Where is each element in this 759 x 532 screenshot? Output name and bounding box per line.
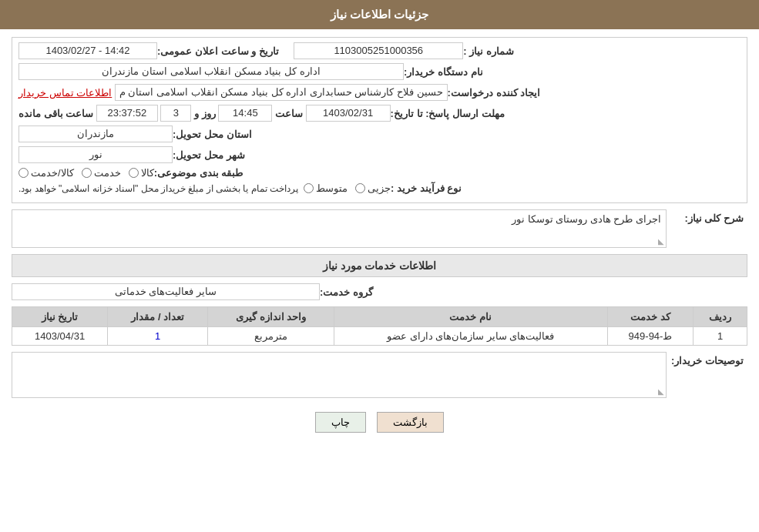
purchase-type-option-2-label: متوسط (316, 182, 348, 194)
buttons-row: بازگشت چاپ (12, 404, 747, 440)
cell-name: فعالیت‌های سایر سازمان‌های دارای عضو (334, 327, 607, 346)
notes-label: توصیحات خریدار: (667, 352, 744, 366)
deadline-time: 14:45 (218, 105, 272, 122)
purchase-type-radio-1[interactable] (355, 183, 365, 193)
date-time-label: تاریخ و ساعت اعلان عمومی: (157, 45, 279, 57)
order-number-value: 1103005251000356 (294, 42, 463, 59)
row-buyer-name: نام دستگاه خریدار: اداره کل بنیاد مسکن ا… (18, 63, 741, 80)
col-header-date: تاریخ نیاز (12, 307, 108, 327)
description-section: شرح کلی نیاز: اجرای طرح هادی روستای توسک… (12, 209, 747, 248)
cell-unit: مترمربع (208, 327, 334, 346)
category-option-1: کالا (129, 167, 154, 179)
buyer-name-label: نام دستگاه خریدار: (404, 66, 483, 78)
description-box: اجرای طرح هادی روستای توسکا نور ◣ (12, 209, 667, 248)
row-service-group: گروه خدمت: سایر فعالیت‌های خدماتی (12, 283, 747, 300)
category-option-2: خدمت (82, 167, 121, 179)
description-value: اجرای طرح هادی روستای توسکا نور (512, 213, 661, 225)
order-number-label: شماره نیاز : (463, 45, 514, 57)
purchase-type-radio-2[interactable] (304, 183, 314, 193)
service-group-value: سایر فعالیت‌های خدماتی (12, 283, 320, 300)
description-label: شرح کلی نیاز: (667, 209, 744, 224)
notes-section: توصیحات خریدار: ◣ (12, 352, 747, 398)
city-value: نور (18, 146, 173, 163)
requester-label: ایجاد کننده درخواست: (448, 87, 541, 99)
cell-code: ط-94-949 (607, 327, 694, 346)
main-info-section: شماره نیاز : 1103005251000356 تاریخ و سا… (12, 37, 747, 203)
category-radio-3[interactable] (18, 168, 29, 178)
back-button[interactable]: بازگشت (377, 412, 444, 433)
service-group-label: گروه خدمت: (320, 286, 373, 298)
deadline-remaining-label: ساعت باقی مانده (18, 108, 93, 119)
cell-quantity: 1 (108, 327, 208, 346)
row-deadline: مهلت ارسال پاسخ: تا تاریخ: 1403/02/31 سا… (18, 105, 741, 122)
category-option-1-label: کالا (141, 167, 154, 179)
row-purchase-type: نوع فرآیند خرید : متوسط جزیی پرداخت تمام… (18, 182, 741, 194)
city-label: شهر محل تحویل: (173, 149, 245, 161)
deadline-date: 1403/02/31 (306, 105, 391, 122)
cell-row: 1 (694, 327, 747, 346)
services-table: ردیف کد خدمت نام خدمت واحد اندازه گیری ت… (12, 306, 747, 346)
deadline-time-label: ساعت (275, 108, 303, 119)
page-wrapper: جزئیات اطلاعات نیاز شماره نیاز : 1103005… (0, 0, 759, 532)
province-value: مازندران (18, 125, 173, 142)
buyer-name-value: اداره کل بنیاد مسکن انقلاب اسلامی استان … (18, 63, 404, 80)
province-label: استان محل تحویل: (173, 129, 252, 140)
col-header-name: نام خدمت (334, 307, 607, 327)
row-city: شهر محل تحویل: نور (18, 146, 741, 163)
deadline-remaining: 23:37:52 (96, 105, 158, 122)
col-header-unit: واحد اندازه گیری (208, 307, 334, 327)
services-section-title: اطلاعات خدمات مورد نیاز (12, 254, 747, 277)
row-order-number: شماره نیاز : 1103005251000356 تاریخ و سا… (18, 42, 741, 59)
deadline-days: 3 (160, 105, 191, 122)
category-radio-group: کالا/خدمت خدمت کالا (18, 167, 154, 179)
purchase-type-label: نوع فرآیند خرید : (391, 182, 462, 194)
date-time-value: 1403/02/27 - 14:42 (18, 42, 157, 59)
header-title: جزئیات اطلاعات نیاز (331, 8, 428, 21)
category-option-3-label: کالا/خدمت (31, 167, 74, 179)
page-header: جزئیات اطلاعات نیاز (0, 0, 759, 29)
row-province: استان محل تحویل: مازندران (18, 125, 741, 142)
notes-box: ◣ (12, 352, 667, 398)
category-label: طبقه بندی موضوعی: (154, 167, 243, 179)
col-header-row: ردیف (694, 307, 747, 327)
deadline-days-label: روز و (194, 108, 216, 119)
contact-link[interactable]: اطلاعات تماس خریدار (18, 87, 112, 99)
deadline-label: مهلت ارسال پاسخ: تا تاریخ: (391, 108, 505, 119)
main-content: شماره نیاز : 1103005251000356 تاریخ و سا… (0, 29, 759, 448)
category-radio-2[interactable] (82, 168, 92, 178)
purchase-type-option-2: متوسط (304, 182, 348, 194)
row-category: طبقه بندی موضوعی: کالا/خدمت خدمت کالا (18, 167, 741, 179)
category-option-3: کالا/خدمت (18, 167, 74, 179)
purchase-type-note: پرداخت تمام یا بخشی از مبلغ خریداز محل "… (18, 183, 298, 194)
col-header-code: کد خدمت (607, 307, 694, 327)
category-option-2-label: خدمت (94, 167, 121, 179)
print-button[interactable]: چاپ (315, 412, 366, 433)
category-radio-1[interactable] (129, 168, 139, 178)
purchase-type-option-1: جزیی (355, 182, 391, 194)
requester-value: حسین فلاح کارشناس حسابداری اداره کل بنیا… (115, 84, 448, 101)
table-row: 1 ط-94-949 فعالیت‌های سایر سازمان‌های دا… (12, 327, 747, 346)
row-requester: ایجاد کننده درخواست: حسین فلاح کارشناس ح… (18, 84, 741, 101)
purchase-type-radio-group: متوسط جزیی (304, 182, 391, 194)
cell-date: 1403/04/31 (12, 327, 108, 346)
col-header-quantity: تعداد / مقدار (108, 307, 208, 327)
purchase-type-option-1-label: جزیی (368, 182, 391, 194)
